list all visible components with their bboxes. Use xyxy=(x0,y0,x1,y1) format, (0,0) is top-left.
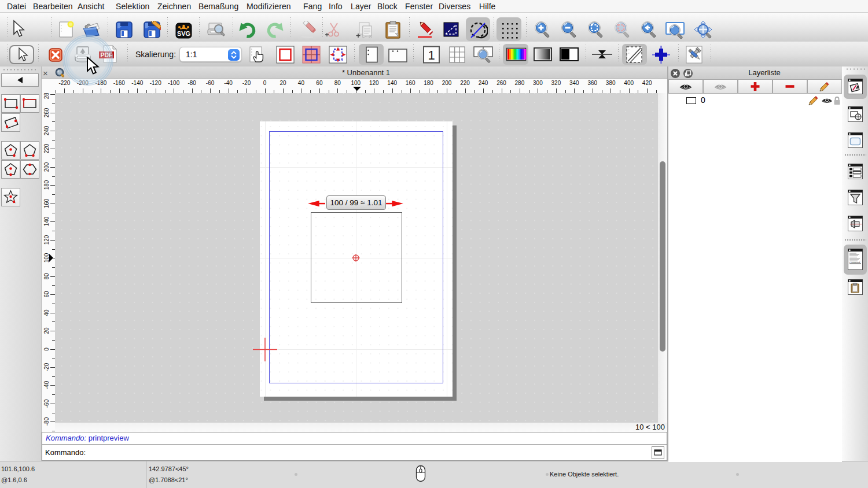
svg-text:1: 1 xyxy=(428,48,435,62)
svg-text:c command: c command xyxy=(849,261,860,264)
svg-text:SVG: SVG xyxy=(177,30,190,37)
